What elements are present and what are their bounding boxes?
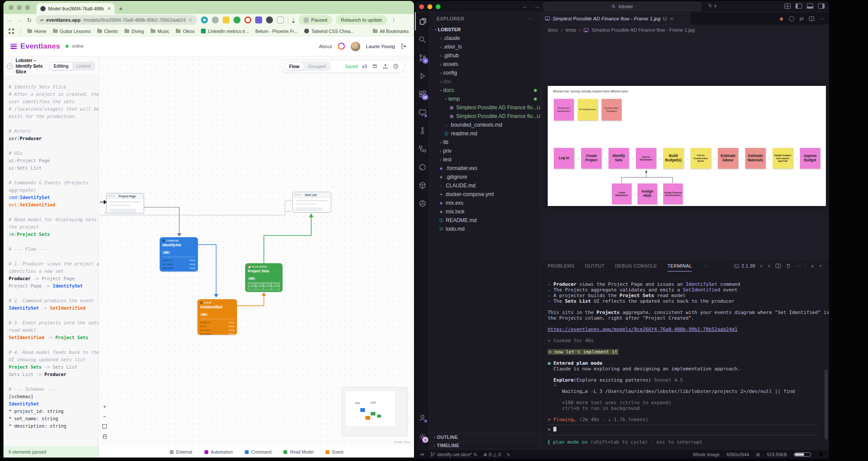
grouped-view-option[interactable]: Grouped bbox=[304, 62, 330, 70]
dsl-code-editor[interactable]: # Identify Sets Slice# After a project i… bbox=[9, 83, 98, 430]
tree-item--github[interactable]: ›.github bbox=[430, 51, 540, 60]
bookmark-item[interactable]: Clients bbox=[97, 29, 118, 34]
relaunch-to-update-button[interactable]: Relaunch to update bbox=[336, 15, 387, 25]
diagram-canvas[interactable]: usr usr Flow Grouped Saved v3 Project Pa… bbox=[99, 56, 414, 458]
3d-box-icon[interactable] bbox=[415, 176, 430, 194]
kill-terminal-icon[interactable] bbox=[786, 263, 791, 269]
address-bar[interactable]: ⇌ eventlanes.app /models/9ce266f4-76a8-4… bbox=[36, 15, 197, 25]
settings-gear-icon[interactable]: 1 bbox=[415, 428, 430, 446]
tree-item-priv[interactable]: ›priv bbox=[430, 147, 540, 155]
logout-icon[interactable] bbox=[401, 43, 407, 49]
terminal-instance[interactable]: 2.1.39 bbox=[734, 263, 756, 269]
menu-icon[interactable] bbox=[10, 44, 17, 49]
panel-tab-debug-console[interactable]: DEBUG CONSOLE bbox=[615, 263, 657, 268]
zoom-in-button[interactable]: + bbox=[102, 403, 108, 409]
tree-item-doc[interactable]: ›doc bbox=[430, 77, 540, 86]
minimize-window-icon[interactable] bbox=[427, 4, 432, 9]
terminal-dropdown-icon[interactable]: ∨ bbox=[768, 264, 771, 268]
outline-section[interactable]: ›OUTLINE bbox=[430, 433, 540, 441]
tree-item-todo-md[interactable]: ☑todo.md bbox=[430, 225, 540, 233]
event-node-setidentified[interactable]: EVENT SetIdentified ADD project_idstring… bbox=[197, 299, 237, 335]
new-tab-button[interactable]: + bbox=[119, 5, 123, 12]
hierarchy-icon[interactable] bbox=[415, 140, 430, 158]
close-tab-icon[interactable]: × bbox=[670, 16, 673, 21]
ui-node-project-page[interactable]: Project Page bbox=[106, 193, 144, 213]
more-actions-icon[interactable]: ··· bbox=[819, 16, 825, 22]
close-panel-icon[interactable]: × bbox=[819, 263, 822, 268]
help-ring-icon[interactable] bbox=[338, 43, 345, 50]
more-actions-icon[interactable]: ··· bbox=[796, 263, 801, 268]
bookmark-item[interactable]: Belum - Phoenix Fr... bbox=[255, 29, 298, 34]
lightning-item[interactable]: ϟ bbox=[507, 452, 510, 457]
flow-view-option[interactable]: Flow bbox=[285, 62, 304, 70]
explorer-more-icon[interactable]: ··· bbox=[528, 16, 534, 21]
window-controls[interactable] bbox=[419, 4, 441, 9]
minimap[interactable] bbox=[342, 387, 408, 436]
run-debug-icon[interactable] bbox=[415, 67, 430, 85]
panel-tab-output[interactable]: OUTPUT bbox=[585, 263, 605, 268]
tree-item--claude[interactable]: ›.claude bbox=[430, 34, 540, 43]
view-toggle[interactable]: Flow Grouped bbox=[284, 62, 331, 71]
zoom-slider[interactable] bbox=[794, 452, 811, 457]
back-icon[interactable]: ← bbox=[8, 17, 13, 23]
new-terminal-icon[interactable]: + bbox=[760, 263, 763, 268]
terminal[interactable]: - Producer views the Project Page and is… bbox=[548, 281, 818, 445]
extension-icon[interactable] bbox=[212, 16, 219, 23]
terminal-input[interactable]: > bbox=[548, 426, 818, 433]
tree-item-mix-exs[interactable]: ◆mix.exs bbox=[430, 199, 540, 207]
tree-item-readme-md[interactable]: ⓘreadme.md bbox=[430, 129, 540, 138]
browser-tab[interactable]: Model 9ce266f4-76a8-488b × bbox=[36, 3, 115, 14]
edit-mode-toggle[interactable]: Editing Locked bbox=[49, 62, 95, 71]
tree-item-mix-lock[interactable]: ◆mix.lock bbox=[430, 207, 540, 216]
bookmark-item[interactable]: Home bbox=[27, 29, 46, 34]
reload-icon[interactable]: ↻ bbox=[27, 17, 32, 23]
all-bookmarks-button[interactable]: All Bookmarks bbox=[373, 29, 409, 34]
browser-menu-icon[interactable]: ⋮ bbox=[391, 17, 397, 23]
tree-item-test[interactable]: ›test bbox=[430, 155, 540, 164]
bookmark-item[interactable]: Music bbox=[151, 29, 169, 34]
maximize-panel-icon[interactable]: ∧ bbox=[811, 263, 814, 268]
history-icon[interactable] bbox=[393, 63, 399, 69]
panel-tab-terminal[interactable]: TERMINAL bbox=[667, 263, 692, 268]
close-window-icon[interactable] bbox=[9, 5, 13, 10]
locked-toggle-option[interactable]: Locked bbox=[72, 62, 94, 70]
compare-icon[interactable]: ⇄ bbox=[799, 16, 804, 22]
paused-badge[interactable]: Paused bbox=[299, 15, 332, 25]
panel-more-icon[interactable]: ··· bbox=[702, 263, 707, 268]
toggle-panel-icon[interactable] bbox=[807, 3, 813, 9]
timeline-section[interactable]: ›TIMELINE bbox=[430, 441, 540, 449]
forward-icon[interactable]: → bbox=[17, 17, 23, 23]
tree-item-claude-md[interactable]: ↓CLAUDE.md bbox=[430, 181, 540, 190]
explorer-icon[interactable] bbox=[415, 12, 430, 30]
collaborators-icon[interactable] bbox=[372, 63, 378, 69]
split-editor-icon[interactable] bbox=[809, 16, 814, 21]
readmodel-node-project-sets[interactable]: READ MODEL Project Sets ADD pro...set...… bbox=[245, 263, 283, 292]
bookmark-item[interactable]: Tailwind CSS Chea... bbox=[304, 29, 354, 34]
tree-item-assets[interactable]: ›assets bbox=[430, 60, 540, 69]
tree-item-simplest-possible-ad-finance-f[interactable]: ▩Simplest Possible AD Finance flo...U bbox=[430, 103, 540, 112]
tree-item-lobster[interactable]: ›LOBSTER bbox=[430, 25, 540, 34]
tree-item--gitignore[interactable]: ◈.gitignore bbox=[430, 173, 540, 181]
testing-icon[interactable] bbox=[415, 121, 430, 140]
openai-icon[interactable] bbox=[415, 194, 430, 213]
bookmark-item[interactable]: Diving bbox=[125, 29, 144, 34]
minimize-window-icon[interactable] bbox=[17, 5, 22, 10]
tree-item-bounded-contexts-md[interactable]: ↓bounded_contexts.md bbox=[430, 121, 540, 129]
history-nav-arrows[interactable]: ←→ bbox=[522, 3, 546, 10]
extension-icon[interactable] bbox=[233, 16, 240, 23]
image-preview-editor[interactable]: Minimal User Journey, Actually requires … bbox=[541, 35, 829, 260]
apps-grid-icon[interactable] bbox=[9, 29, 14, 34]
notifications-bell-icon[interactable] bbox=[818, 451, 824, 457]
help-icon[interactable]: ? bbox=[7, 63, 13, 69]
bookmark-star-icon[interactable]: ☆ bbox=[188, 17, 193, 23]
search-icon[interactable] bbox=[415, 30, 430, 49]
toggle-secondary-sidebar-icon[interactable] bbox=[818, 3, 825, 9]
extension-icon[interactable] bbox=[244, 16, 251, 23]
zoom-out-button[interactable]: − bbox=[102, 413, 108, 419]
extension-icon[interactable] bbox=[255, 16, 262, 23]
bookmark-item[interactable]: Guitar Lessons bbox=[53, 29, 91, 34]
command-node-identifyset[interactable]: COMMAND IdentifySet ADD project_idstring… bbox=[160, 237, 198, 271]
ui-node-sets-list[interactable]: Sets List bbox=[293, 192, 331, 213]
source-control-icon[interactable]: 3 bbox=[415, 49, 430, 67]
bookmark-item[interactable]: LinkedIn metrics tr... bbox=[201, 29, 249, 34]
